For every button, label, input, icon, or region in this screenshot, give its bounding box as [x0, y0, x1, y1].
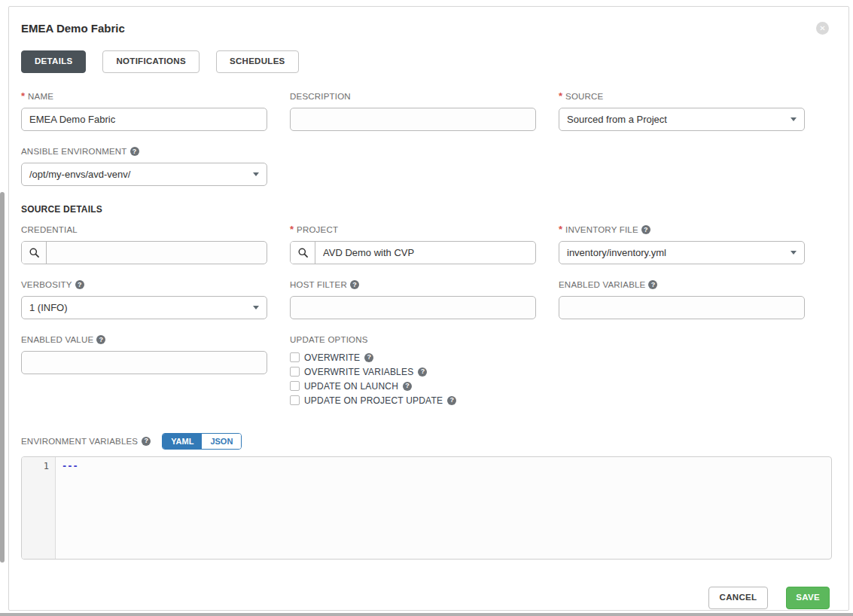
save-button[interactable]: SAVE: [786, 587, 830, 609]
inventory-file-dropdown-value: inventory/inventory.yml: [567, 247, 666, 258]
help-icon[interactable]: ?: [447, 396, 456, 405]
environment-variables-label: ENVIRONMENT VARIABLES: [21, 437, 138, 446]
update-on-project-update-label: UPDATE ON PROJECT UPDATE: [304, 395, 443, 406]
tab-notifications[interactable]: NOTIFICATIONS: [102, 50, 200, 73]
overwrite-option: OVERWRITE ?: [290, 352, 536, 363]
cancel-button[interactable]: CANCEL: [708, 587, 769, 609]
horizontal-scrollbar[interactable]: [0, 613, 853, 616]
required-star: *: [559, 226, 562, 233]
project-label: PROJECT: [297, 225, 338, 234]
update-options-group: UPDATE OPTIONS OVERWRITE ? OVERWRITE VAR…: [290, 335, 536, 410]
source-details-section-header: SOURCE DETAILS: [21, 204, 833, 215]
environment-variables-editor[interactable]: 1 ---: [21, 456, 832, 560]
verbosity-field-group: VERBOSITY ? 1 (INFO): [21, 280, 267, 319]
update-on-project-update-checkbox[interactable]: [290, 395, 300, 405]
ansible-environment-dropdown[interactable]: /opt/my-envs/avd-venv/: [21, 163, 267, 186]
ansible-environment-dropdown-value: /opt/my-envs/avd-venv/: [29, 169, 130, 180]
source-dropdown[interactable]: Sourced from a Project: [559, 108, 805, 131]
inventory-file-dropdown[interactable]: inventory/inventory.yml: [559, 241, 805, 264]
update-on-launch-label: UPDATE ON LAUNCH: [304, 381, 398, 392]
search-icon: [298, 248, 308, 258]
environment-variables-header: ENVIRONMENT VARIABLES ? YAML JSON: [21, 433, 833, 450]
close-button[interactable]: ✕: [816, 22, 829, 35]
enabled-value-label: ENABLED VALUE: [21, 335, 93, 344]
enabled-value-field-group: ENABLED VALUE ?: [21, 335, 267, 410]
chevron-down-icon: [791, 117, 797, 121]
update-on-launch-checkbox[interactable]: [290, 381, 300, 391]
help-icon[interactable]: ?: [641, 225, 650, 234]
overwrite-variables-checkbox[interactable]: [290, 367, 300, 377]
name-field-group: * NAME: [21, 92, 267, 131]
update-options-label: UPDATE OPTIONS: [290, 335, 368, 344]
credential-label: CREDENTIAL: [21, 225, 78, 234]
help-icon[interactable]: ?: [75, 280, 84, 289]
name-input[interactable]: [21, 108, 267, 131]
close-icon: ✕: [819, 25, 825, 32]
help-icon[interactable]: ?: [142, 437, 151, 446]
source-field-group: * SOURCE Sourced from a Project: [559, 92, 805, 131]
credential-lookup-button[interactable]: [22, 242, 47, 264]
required-star: *: [290, 226, 294, 233]
panel-header: EMEA Demo Fabric ✕: [21, 20, 833, 35]
search-icon: [29, 248, 39, 258]
ansible-environment-field-group: ANSIBLE ENVIRONMENT ? /opt/my-envs/avd-v…: [21, 147, 267, 186]
enabled-value-input[interactable]: [21, 351, 267, 374]
inventory-source-edit-panel: EMEA Demo Fabric ✕ DETAILS NOTIFICATIONS…: [8, 6, 849, 611]
yaml-toggle-button[interactable]: YAML: [163, 434, 202, 449]
update-on-project-update-option: UPDATE ON PROJECT UPDATE ?: [290, 395, 536, 406]
details-form: * NAME DESCRIPTION * SOURCE Sourced from…: [21, 92, 833, 560]
overwrite-label: OVERWRITE: [304, 352, 360, 363]
chevron-down-icon: [791, 251, 797, 255]
credential-input[interactable]: [47, 242, 267, 264]
overwrite-checkbox[interactable]: [290, 352, 300, 362]
overwrite-variables-option: OVERWRITE VARIABLES ?: [290, 367, 536, 377]
json-toggle-button[interactable]: JSON: [202, 434, 241, 449]
description-field-group: DESCRIPTION: [290, 92, 536, 131]
enabled-variable-input[interactable]: [559, 296, 805, 319]
chevron-down-icon: [253, 172, 259, 176]
enabled-variable-field-group: ENABLED VARIABLE ?: [559, 280, 805, 319]
verbosity-dropdown[interactable]: 1 (INFO): [21, 296, 267, 319]
help-icon[interactable]: ?: [403, 382, 412, 391]
page-title: EMEA Demo Fabric: [21, 20, 125, 35]
source-label: SOURCE: [565, 92, 603, 101]
required-star: *: [21, 93, 25, 100]
name-label: NAME: [28, 92, 53, 101]
overwrite-variables-label: OVERWRITE VARIABLES: [304, 367, 413, 377]
tab-details[interactable]: DETAILS: [21, 50, 86, 73]
host-filter-field-group: HOST FILTER ?: [290, 280, 536, 319]
credential-field-group: CREDENTIAL: [21, 225, 267, 264]
help-icon[interactable]: ?: [364, 353, 373, 362]
form-footer: CANCEL SAVE: [21, 587, 830, 609]
verbosity-dropdown-value: 1 (INFO): [29, 302, 68, 313]
chevron-down-icon: [253, 306, 259, 310]
project-lookup-button[interactable]: [291, 242, 315, 264]
update-on-launch-option: UPDATE ON LAUNCH ?: [290, 381, 536, 392]
host-filter-input[interactable]: [290, 296, 536, 319]
help-icon[interactable]: ?: [418, 367, 427, 377]
inventory-file-field-group: * INVENTORY FILE ? inventory/inventory.y…: [559, 225, 805, 264]
verbosity-label: VERBOSITY: [21, 280, 72, 289]
format-toggle: YAML JSON: [162, 433, 242, 450]
host-filter-label: HOST FILTER: [290, 280, 347, 289]
help-icon[interactable]: ?: [350, 280, 359, 289]
vertical-scrollbar-thumb[interactable]: [0, 192, 5, 563]
project-input[interactable]: [315, 242, 535, 264]
required-star: *: [559, 93, 562, 100]
project-field-group: * PROJECT: [290, 225, 536, 264]
enabled-variable-label: ENABLED VARIABLE: [559, 280, 645, 289]
source-dropdown-value: Sourced from a Project: [567, 114, 667, 125]
editor-line-number-gutter: 1: [22, 457, 56, 559]
inventory-file-label: INVENTORY FILE: [565, 225, 638, 234]
ansible-environment-label: ANSIBLE ENVIRONMENT: [21, 147, 127, 156]
help-icon[interactable]: ?: [130, 147, 139, 156]
editor-content[interactable]: ---: [56, 457, 831, 559]
description-label: DESCRIPTION: [290, 92, 351, 101]
help-icon[interactable]: ?: [96, 335, 105, 344]
description-input[interactable]: [290, 108, 536, 131]
tab-schedules[interactable]: SCHEDULES: [216, 50, 299, 73]
help-icon[interactable]: ?: [648, 280, 657, 289]
tab-bar: DETAILS NOTIFICATIONS SCHEDULES: [21, 50, 833, 73]
line-number: 1: [22, 461, 49, 471]
